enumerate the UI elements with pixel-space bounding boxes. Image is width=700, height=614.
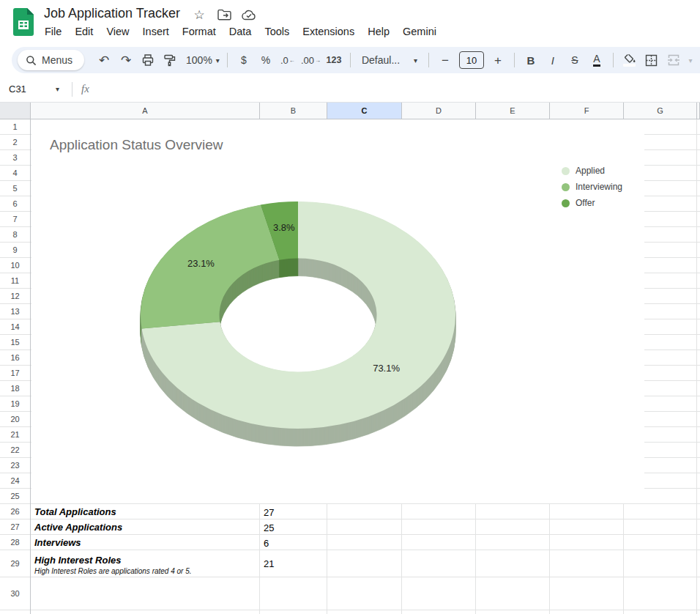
cell-A29[interactable]: High Interest RolesHigh Interest Roles a…: [31, 550, 260, 577]
menu-gemini[interactable]: Gemini: [396, 23, 443, 40]
document-title[interactable]: Job Application Tracker: [44, 6, 180, 21]
row-header-12[interactable]: 12: [0, 289, 30, 304]
increase-font-size-button[interactable]: +: [487, 50, 509, 70]
row-header-23[interactable]: 23: [0, 458, 30, 473]
italic-icon: I: [551, 54, 554, 67]
row-header-16[interactable]: 16: [0, 350, 30, 366]
cell-B29[interactable]: 21: [260, 550, 327, 577]
col-header-D[interactable]: D: [402, 103, 476, 119]
merge-options-button[interactable]: ▾: [685, 50, 696, 70]
cell-B28[interactable]: 6: [260, 535, 327, 550]
col-header-A[interactable]: A: [31, 103, 260, 119]
cell-A26[interactable]: Total Applications: [31, 504, 260, 519]
toolbar-divider: [227, 53, 228, 67]
merge-cells-button[interactable]: [663, 50, 685, 70]
row-header-25[interactable]: 25: [0, 489, 30, 504]
row-header-4[interactable]: 4: [0, 166, 30, 181]
row-header-5[interactable]: 5: [0, 181, 30, 196]
decrease-font-size-button[interactable]: −: [434, 50, 456, 70]
name-box-dropdown-icon[interactable]: ▾: [56, 85, 70, 93]
cell-B26[interactable]: 27: [260, 504, 327, 519]
menu-insert[interactable]: Insert: [136, 23, 176, 40]
menu-format[interactable]: Format: [176, 23, 223, 40]
chevron-down-icon: ▾: [688, 56, 692, 64]
sheets-logo-icon: [13, 8, 34, 36]
bold-icon: B: [527, 54, 535, 67]
redo-button[interactable]: ↷: [115, 50, 137, 70]
strikethrough-button[interactable]: S: [564, 50, 586, 70]
italic-button[interactable]: I: [542, 50, 564, 70]
star-icon[interactable]: ☆: [192, 7, 206, 22]
row-header-18[interactable]: 18: [0, 381, 30, 396]
percent-icon: %: [261, 54, 270, 66]
row-header-10[interactable]: 10: [0, 258, 30, 273]
chart[interactable]: Application Status Overview 73.1%23.1%3.…: [31, 119, 644, 503]
row-header-3[interactable]: 3: [0, 150, 30, 166]
menu-view[interactable]: View: [100, 23, 135, 40]
row-header-14[interactable]: 14: [0, 319, 30, 335]
row-header-2[interactable]: 2: [0, 135, 30, 150]
row-header-6[interactable]: 6: [0, 196, 30, 212]
svg-text:23.1%: 23.1%: [187, 258, 215, 269]
paint-format-button[interactable]: [159, 50, 181, 70]
row-header-1[interactable]: 1: [0, 119, 30, 135]
row-header-17[interactable]: 17: [0, 366, 30, 381]
font-select[interactable]: Defaul... ▾: [356, 50, 423, 70]
menu-edit[interactable]: Edit: [68, 23, 100, 40]
format-percent-button[interactable]: %: [255, 50, 277, 70]
col-header-E[interactable]: E: [476, 103, 550, 119]
col-header-C[interactable]: C: [327, 103, 402, 119]
row-header-19[interactable]: 19: [0, 396, 30, 412]
row-header-27[interactable]: 27: [0, 519, 30, 535]
text-color-button[interactable]: A: [586, 50, 608, 70]
col-header-B[interactable]: B: [260, 103, 327, 119]
more-formats-button[interactable]: 123: [323, 50, 345, 70]
menu-extensions[interactable]: Extensions: [296, 23, 361, 40]
row-header-24[interactable]: 24: [0, 473, 30, 489]
cell-A28[interactable]: Interviews: [31, 535, 260, 550]
row-header-26[interactable]: 26: [0, 504, 30, 519]
currency-icon: $: [241, 54, 247, 66]
borders-button[interactable]: [641, 50, 663, 70]
row-header-13[interactable]: 13: [0, 304, 30, 319]
row-header-11[interactable]: 11: [0, 273, 30, 289]
cell-A27[interactable]: Active Applications: [31, 519, 260, 535]
menu-tools[interactable]: Tools: [258, 23, 296, 40]
fill-color-button[interactable]: [619, 50, 641, 70]
undo-button[interactable]: ↶: [93, 50, 115, 70]
name-box[interactable]: C31: [0, 84, 56, 95]
menus-search-button[interactable]: Menus: [18, 50, 84, 70]
move-folder-icon[interactable]: [217, 7, 231, 22]
formula-bar-divider: [72, 82, 72, 97]
row-header-15[interactable]: 15: [0, 335, 30, 350]
row-header-7[interactable]: 7: [0, 212, 30, 227]
col-header-G[interactable]: G: [624, 103, 697, 119]
row-header-28[interactable]: 28: [0, 535, 30, 550]
increase-decimal-button[interactable]: .00→: [299, 50, 323, 70]
row-header-29[interactable]: 29: [0, 550, 30, 577]
menu-help[interactable]: Help: [361, 23, 396, 40]
zoom-select[interactable]: 100% ▾: [184, 50, 222, 70]
col-header-F[interactable]: F: [550, 103, 624, 119]
row-header-21[interactable]: 21: [0, 427, 30, 443]
cloud-status-icon[interactable]: [242, 7, 256, 22]
row-header-20[interactable]: 20: [0, 412, 30, 427]
bold-button[interactable]: B: [520, 50, 542, 70]
menu-file[interactable]: File: [38, 23, 68, 40]
menus-label: Menus: [42, 54, 72, 66]
row-header-8[interactable]: 8: [0, 227, 30, 243]
text-color-icon: A: [593, 53, 600, 67]
print-button[interactable]: [137, 50, 159, 70]
gridline-horizontal: [31, 503, 700, 504]
menu-data[interactable]: Data: [223, 23, 258, 40]
font-size-input[interactable]: 10: [459, 51, 484, 69]
decrease-decimal-button[interactable]: .0←: [277, 50, 299, 70]
borders-icon: [645, 54, 658, 67]
cell-B27[interactable]: 25: [260, 519, 327, 535]
row-header-22[interactable]: 22: [0, 443, 30, 458]
legend-item-interviewing: Interviewing: [562, 179, 622, 195]
select-all-corner[interactable]: [0, 103, 31, 119]
format-currency-button[interactable]: $: [233, 50, 255, 70]
row-header-30[interactable]: 30: [0, 577, 30, 610]
row-header-9[interactable]: 9: [0, 243, 30, 258]
